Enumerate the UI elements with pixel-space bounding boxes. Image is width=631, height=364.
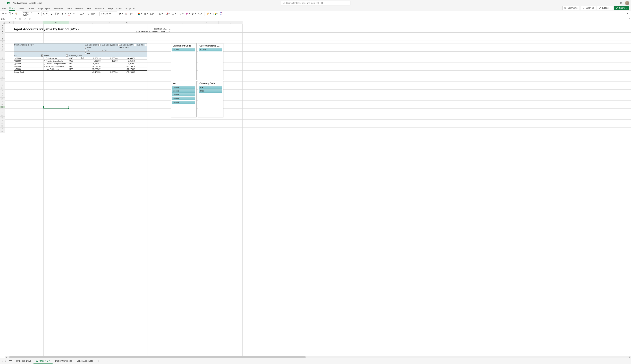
filter-dropdown-icon[interactable] xyxy=(41,54,43,56)
cancel-formula-icon[interactable]: ✕ xyxy=(19,18,21,20)
catch-up-button[interactable]: Catch up xyxy=(581,6,596,10)
sheet-nav-prev-icon[interactable] xyxy=(1,360,4,362)
row-header-39[interactable]: 39 xyxy=(0,128,5,130)
align-button[interactable] xyxy=(80,12,85,16)
row-header-5[interactable]: 5 xyxy=(0,35,5,38)
menu-help[interactable]: Help xyxy=(108,7,113,11)
row-header-30[interactable]: 30 xyxy=(0,103,5,106)
clear-button[interactable] xyxy=(185,12,190,16)
collapse-icon[interactable]: − xyxy=(85,50,86,51)
menu-insert[interactable]: Insert xyxy=(19,7,25,11)
menu-draw[interactable]: Draw xyxy=(116,7,122,11)
insert-cells-button[interactable] xyxy=(158,12,164,16)
row-header-1[interactable]: 1 xyxy=(0,24,5,27)
slicer-customergroup[interactable]: Customergroup C... BLANK xyxy=(198,43,224,80)
row-header-31[interactable]: 31 xyxy=(0,106,5,108)
row-header-27[interactable]: 27 xyxy=(0,95,5,98)
pivot-table[interactable]: Open amounts in FCY Due Date (Year) Due … xyxy=(14,43,147,73)
scrollbar-thumb[interactable] xyxy=(9,356,306,358)
row-header-37[interactable]: 37 xyxy=(0,122,5,125)
merge-button[interactable] xyxy=(91,12,96,16)
collapse-icon[interactable]: − xyxy=(14,58,16,59)
col-header-A[interactable]: A xyxy=(5,21,14,24)
cells-area[interactable]: Aged Accounts Payable by Period (FCY) CR… xyxy=(5,24,631,358)
col-header-K[interactable]: K xyxy=(195,21,219,24)
slicer-item[interactable]: BLANK xyxy=(172,48,195,52)
slicer-currency-code[interactable]: Currency Code CAD USD xyxy=(198,81,224,117)
filter-dropdown-icon[interactable] xyxy=(145,44,147,46)
search-input[interactable]: Search for tools, help, and more (Alt + … xyxy=(281,1,350,6)
row-header-25[interactable]: 25 xyxy=(0,90,5,92)
collapse-icon[interactable]: − xyxy=(85,47,86,48)
row-header-14[interactable]: 14 xyxy=(0,60,5,62)
paste-button[interactable] xyxy=(8,12,13,16)
collapse-icon[interactable]: − xyxy=(44,58,45,59)
menu-share[interactable]: Share xyxy=(28,7,34,11)
fill-color-button[interactable] xyxy=(61,12,66,16)
select-all-corner[interactable] xyxy=(0,21,5,24)
col-header-C[interactable]: C xyxy=(43,21,69,24)
user-avatar[interactable] xyxy=(625,1,629,5)
collapse-icon[interactable]: − xyxy=(44,68,45,70)
row-header-15[interactable]: 15 xyxy=(0,62,5,65)
editing-mode-button[interactable]: Editing xyxy=(597,6,613,10)
format-cells-button[interactable] xyxy=(171,12,176,16)
row-header-24[interactable]: 24 xyxy=(0,87,5,90)
row-header-13[interactable]: 13 xyxy=(0,57,5,60)
slicer-no[interactable]: No. 10000 20000 30000 40000 50000 xyxy=(171,81,196,117)
name-box[interactable]: C31 xyxy=(0,17,17,21)
slicer-item[interactable]: 50000 xyxy=(172,101,195,104)
find-button[interactable] xyxy=(197,12,203,16)
font-color-button[interactable]: A xyxy=(67,12,71,16)
col-header-J[interactable]: J xyxy=(171,21,195,24)
collapse-icon[interactable]: − xyxy=(44,63,45,65)
collapse-icon[interactable]: − xyxy=(14,60,16,62)
slicer-item[interactable]: 40000 xyxy=(172,97,195,100)
borders-button[interactable] xyxy=(55,12,60,16)
slicer-item[interactable]: 30000 xyxy=(172,93,195,96)
row-header-19[interactable]: 19 xyxy=(0,73,5,76)
collapse-icon[interactable]: − xyxy=(44,66,45,68)
col-header-D[interactable]: D xyxy=(69,21,84,24)
formula-bar-expand[interactable] xyxy=(627,17,631,21)
sheet-nav-next-icon[interactable] xyxy=(5,360,7,362)
filter-dropdown-icon[interactable] xyxy=(98,44,100,46)
addins-button[interactable] xyxy=(213,12,218,16)
col-header-L[interactable]: L xyxy=(219,21,243,24)
conditional-formatting-button[interactable] xyxy=(137,12,142,16)
row-header-8[interactable]: 8 xyxy=(0,43,5,46)
row-header-3[interactable]: 3 xyxy=(0,30,5,32)
scroll-right-icon[interactable]: ▶ xyxy=(629,356,631,358)
settings-icon[interactable] xyxy=(619,2,622,4)
formula-input[interactable]: fx xyxy=(28,17,627,21)
number-format-selector[interactable]: General xyxy=(99,12,117,16)
slicer-item[interactable]: CAD xyxy=(199,86,222,89)
row-header-23[interactable]: 23 xyxy=(0,84,5,87)
sheet-tab[interactable]: VendorAgingData xyxy=(75,358,95,364)
wrap-text-button[interactable] xyxy=(86,12,90,16)
row-header-40[interactable]: 40 xyxy=(0,130,5,133)
row-header-33[interactable]: 33 xyxy=(0,111,5,114)
scroll-left-icon[interactable]: ◀ xyxy=(5,356,7,358)
copilot-button[interactable] xyxy=(219,12,223,16)
row-header-28[interactable]: 28 xyxy=(0,98,5,100)
menu-review[interactable]: Review xyxy=(76,7,83,11)
sensitivity-button[interactable] xyxy=(206,12,212,16)
sort-filter-button[interactable] xyxy=(191,12,196,16)
col-header-E[interactable]: E xyxy=(84,21,101,24)
more-font-options[interactable]: ••• xyxy=(72,12,76,16)
row-header-32[interactable]: 32 xyxy=(0,108,5,111)
row-header-22[interactable]: 22 xyxy=(0,81,5,84)
row-header-9[interactable]: 9 xyxy=(0,46,5,49)
document-title[interactable]: Aged Accounts Payable Excel xyxy=(13,2,42,4)
row-header-20[interactable]: 20 xyxy=(0,76,5,78)
slicer-item[interactable]: USD xyxy=(199,90,222,93)
row-header-17[interactable]: 17 xyxy=(0,68,5,70)
share-button[interactable]: Share xyxy=(614,6,629,10)
row-header-21[interactable]: 21 xyxy=(0,78,5,81)
row-header-29[interactable]: 29 xyxy=(0,100,5,103)
menu-file[interactable]: File xyxy=(2,7,6,11)
slicer-item[interactable]: BLANK xyxy=(199,48,222,52)
menu-home[interactable]: Home xyxy=(9,7,15,11)
expand-icon[interactable]: + xyxy=(85,52,86,54)
